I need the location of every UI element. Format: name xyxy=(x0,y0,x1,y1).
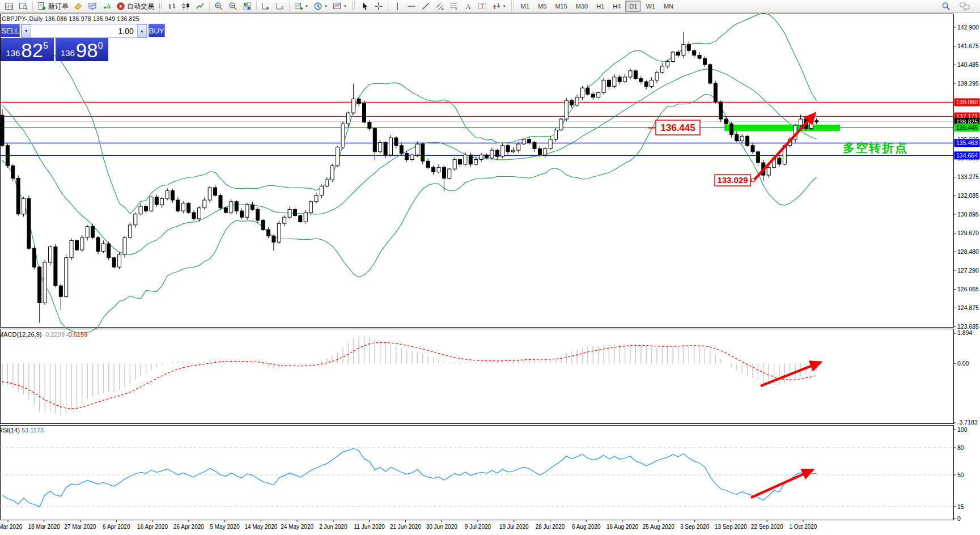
candle-body xyxy=(671,52,674,62)
new-order-icon xyxy=(37,2,46,11)
candle-body xyxy=(112,258,116,268)
zoom-out-button[interactable] xyxy=(226,1,240,12)
fibonacci-button[interactable]: F xyxy=(447,1,461,12)
templates-icon xyxy=(333,2,342,11)
profiles-button[interactable] xyxy=(16,1,30,12)
candle-body xyxy=(166,191,169,199)
candle-body xyxy=(283,217,286,223)
auto-scroll-button[interactable] xyxy=(259,1,273,12)
text-label-button[interactable]: T xyxy=(476,1,489,12)
candle-body xyxy=(230,202,233,213)
main-trend-arrow[interactable] xyxy=(754,113,815,180)
line-chart-button[interactable] xyxy=(193,1,207,12)
autotrading-button[interactable]: 自动交易 xyxy=(114,1,156,12)
volume-up-button[interactable]: ▲ xyxy=(137,24,147,37)
candle-body xyxy=(251,205,254,209)
rsi-line xyxy=(2,448,817,507)
candlestick-chart-button[interactable] xyxy=(179,1,193,12)
price-axis-flag-label: 135.463 xyxy=(956,139,978,146)
market-watch-button[interactable] xyxy=(86,1,99,12)
rsi-trend-arrow[interactable] xyxy=(751,470,813,498)
sell-price-pip: 5 xyxy=(43,41,48,50)
x-axis-label: 5 May 2020 xyxy=(210,524,240,530)
crosshair-button[interactable] xyxy=(372,1,385,12)
candle-body xyxy=(134,214,137,225)
volume-input[interactable] xyxy=(31,24,137,37)
zoom-in-button[interactable] xyxy=(212,1,226,12)
chart-canvas[interactable]: 142.900141.675140.485139.295135.690134.5… xyxy=(0,0,980,535)
tf-button-M5[interactable]: M5 xyxy=(534,1,550,12)
macd-trend-arrow[interactable] xyxy=(761,362,821,386)
tile-windows-button[interactable] xyxy=(240,1,254,12)
candle-body xyxy=(304,213,307,222)
equidistant-channel-button[interactable]: E xyxy=(433,1,447,12)
x-axis-label: 11 Jun 2020 xyxy=(354,524,385,530)
candle-body xyxy=(145,206,148,211)
tf-button-MN[interactable]: MN xyxy=(660,1,677,12)
indicators-button[interactable]: ▼ xyxy=(292,1,311,12)
candle-body xyxy=(192,213,196,219)
macd-axis-label: -3.7183 xyxy=(957,419,978,426)
cursor-button[interactable] xyxy=(358,1,371,12)
bar-chart-icon xyxy=(167,2,176,11)
templates-button[interactable]: ▼ xyxy=(330,1,349,12)
new-order-button[interactable]: 新订单 xyxy=(35,1,71,12)
rsi-axis-label: 80 xyxy=(957,444,964,451)
buy-price-main: 98 xyxy=(76,43,98,59)
periods-button[interactable]: ▼ xyxy=(311,1,330,12)
support-zone-bar[interactable] xyxy=(724,125,840,131)
x-axis-label: 13 Sep 2020 xyxy=(715,524,747,530)
tf-button-H4[interactable]: H4 xyxy=(609,1,625,12)
candle-body xyxy=(368,122,371,129)
candle-body xyxy=(240,211,244,217)
candle-body xyxy=(330,166,334,180)
trendline-button[interactable] xyxy=(419,1,432,12)
vertical-line-button[interactable] xyxy=(391,1,404,12)
candle-body xyxy=(639,79,643,82)
candle-body xyxy=(38,267,41,303)
rsi-indicator-label: RSI(14) 53.1173 xyxy=(0,427,44,434)
candle-body xyxy=(32,248,36,267)
new-chart-button[interactable] xyxy=(2,1,16,12)
tf-button-H1[interactable]: H1 xyxy=(592,1,608,12)
candle-body xyxy=(400,146,403,154)
candle-body xyxy=(528,139,531,143)
tf-button-D1[interactable]: D1 xyxy=(625,1,641,12)
candle-body xyxy=(43,262,46,303)
chart-shift-button[interactable] xyxy=(273,1,287,12)
dropdown-caret-icon: ▼ xyxy=(503,5,506,8)
expert-advisors-button[interactable] xyxy=(71,1,85,12)
chat-button[interactable] xyxy=(957,1,972,12)
arrows-button[interactable]: ▼ xyxy=(490,1,508,12)
buy-button[interactable]: BUY xyxy=(149,24,165,38)
tf-button-M30[interactable]: M30 xyxy=(572,1,592,12)
turning-point-text[interactable]: 多空转折点 xyxy=(843,141,908,155)
tf-button-W1[interactable]: W1 xyxy=(642,1,659,12)
text-button[interactable]: A xyxy=(461,1,475,12)
candle-body xyxy=(65,258,68,297)
search-button[interactable] xyxy=(939,1,953,12)
candle-body xyxy=(719,102,723,119)
buy-price-box[interactable]: 136 98 0 xyxy=(56,38,109,61)
candle-body xyxy=(432,167,435,172)
volume-down-button[interactable]: ▼ xyxy=(22,24,31,37)
price-axis-flag-label: 134.664 xyxy=(956,152,978,159)
candle-body xyxy=(495,150,499,156)
horizontal-line-button[interactable] xyxy=(405,1,418,12)
bar-chart-button[interactable] xyxy=(165,1,179,12)
x-axis-label: 27 Mar 2020 xyxy=(64,524,96,530)
tf-button-M1[interactable]: M1 xyxy=(517,1,533,12)
tf-button-M15[interactable]: M15 xyxy=(551,1,571,12)
signals-button[interactable] xyxy=(100,1,113,12)
candle-body xyxy=(187,203,190,213)
candle-body xyxy=(559,119,563,130)
toolbar-separator xyxy=(209,2,210,11)
svg-text:T: T xyxy=(481,3,484,9)
sell-price-main: 82 xyxy=(21,43,43,59)
fibonacci-icon: F xyxy=(449,2,459,11)
candle-body xyxy=(687,44,690,50)
candle-body xyxy=(346,113,350,124)
sell-price-box[interactable]: 136 82 5 xyxy=(1,38,54,61)
sell-button[interactable]: SELL xyxy=(1,24,20,38)
bollinger-middle-band xyxy=(2,69,817,255)
